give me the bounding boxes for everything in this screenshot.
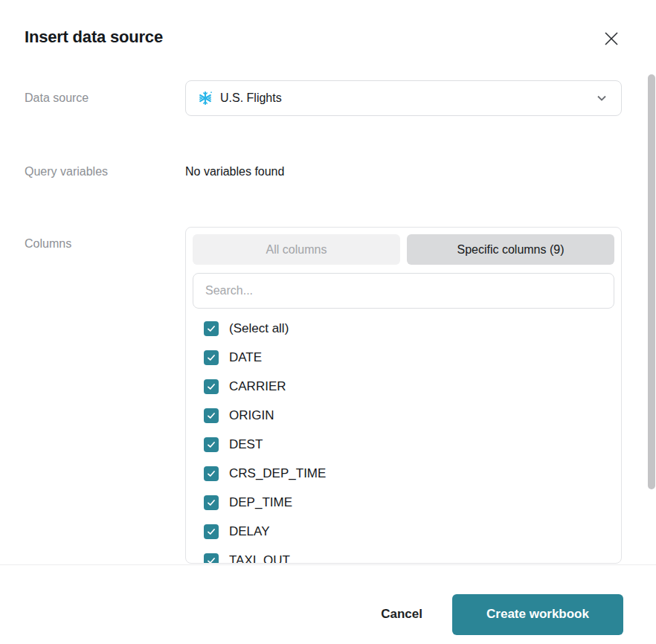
modal-body: Data source <box>0 80 656 564</box>
column-list-item[interactable]: CARRIER <box>193 372 614 401</box>
create-workbook-button[interactable]: Create workbook <box>452 594 623 635</box>
column-list-item[interactable]: DATE <box>193 343 614 372</box>
column-list-item[interactable]: CRS_DEP_TIME <box>193 459 614 488</box>
column-name-label: DATE <box>229 350 262 365</box>
column-name-label: DEST <box>229 437 263 452</box>
cancel-button[interactable]: Cancel <box>381 607 422 622</box>
column-list-item[interactable]: TAXI_OUT <box>193 546 614 564</box>
scrollbar-thumb[interactable] <box>648 74 655 489</box>
query-variables-row: Query variables No variables found <box>25 165 622 178</box>
page-title: Insert data source <box>25 28 163 47</box>
column-name-label: CARRIER <box>229 379 286 394</box>
tab-label: All columns <box>266 243 327 257</box>
checkbox-checked-icon[interactable] <box>204 379 219 394</box>
data-source-label: Data source <box>25 80 185 116</box>
data-source-selected-value: U.S. Flights <box>220 91 596 105</box>
checkbox-checked-icon[interactable] <box>204 408 219 423</box>
close-icon[interactable] <box>602 29 621 48</box>
columns-row: Columns All columns Specific columns (9) <box>25 227 622 564</box>
checkbox-checked-icon[interactable] <box>204 350 219 365</box>
column-name-label: TAXI_OUT <box>229 553 290 564</box>
column-name-label: CRS_DEP_TIME <box>229 466 326 481</box>
column-name-label: DEP_TIME <box>229 495 292 510</box>
checkbox-checked-icon[interactable] <box>204 466 219 481</box>
column-list-item[interactable]: (Select all) <box>193 314 614 343</box>
columns-tabs: All columns Specific columns (9) <box>193 234 614 265</box>
column-list-item[interactable]: DELAY <box>193 517 614 546</box>
columns-tab[interactable]: Specific columns (9) <box>407 234 614 265</box>
modal-footer: Cancel Create workbook <box>0 565 656 644</box>
columns-tab[interactable]: All columns <box>193 234 400 265</box>
column-name-label: (Select all) <box>229 321 289 336</box>
modal-header: Insert data source <box>0 0 656 48</box>
snowflake-icon <box>198 91 213 106</box>
columns-label: Columns <box>25 227 185 564</box>
column-list-item[interactable]: DEP_TIME <box>193 488 614 517</box>
column-search-input[interactable] <box>193 273 614 309</box>
chevron-down-icon <box>596 92 608 104</box>
no-variables-text: No variables found <box>185 165 622 178</box>
columns-panel: All columns Specific columns (9) <box>185 227 622 564</box>
checkbox-checked-icon[interactable] <box>204 495 219 510</box>
column-list-item[interactable]: DEST <box>193 430 614 459</box>
data-source-row: Data source <box>25 80 622 116</box>
tab-label: Specific columns (9) <box>457 243 564 257</box>
checkbox-checked-icon[interactable] <box>204 553 219 564</box>
column-name-label: ORIGIN <box>229 408 274 423</box>
checkbox-checked-icon[interactable] <box>204 437 219 452</box>
column-name-label: DELAY <box>229 524 270 539</box>
checkbox-checked-icon[interactable] <box>204 321 219 336</box>
data-source-select[interactable]: U.S. Flights <box>185 80 622 116</box>
checkbox-checked-icon[interactable] <box>204 524 219 539</box>
query-variables-label: Query variables <box>25 165 185 178</box>
column-list-item[interactable]: ORIGIN <box>193 401 614 430</box>
column-list: (Select all) DATE <box>193 314 614 564</box>
